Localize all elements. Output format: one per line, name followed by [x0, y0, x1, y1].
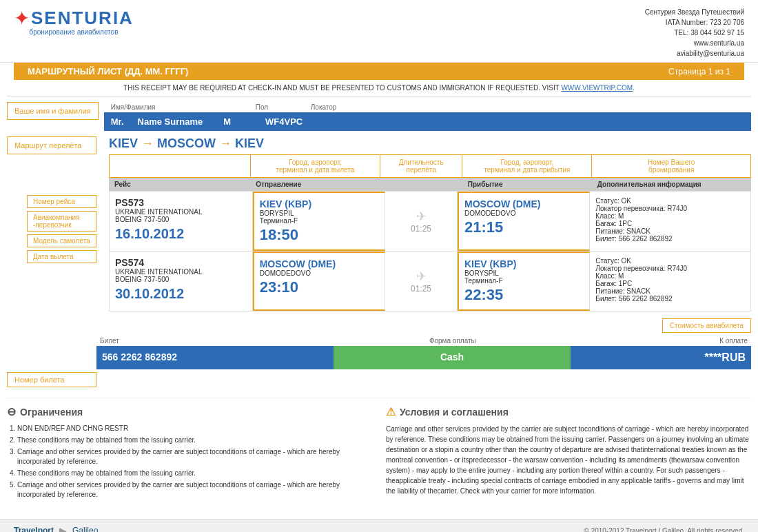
restriction-2: These conditions may be obtained from th… [17, 436, 372, 445]
aircraft-1: BOEING 737-500 [115, 216, 247, 223]
col-hdr-arrival: Город, аэропорт,терминал и дата прибытия [462, 155, 592, 177]
ticket-num-1: Билет: 566 2262 862892 [595, 235, 745, 243]
route-label: Маршрут перелёта [7, 136, 96, 154]
arr-terminal-2: Терминал-F [464, 277, 584, 285]
food-2: Питание: SNACK [595, 287, 745, 295]
conditions-icon: ⚠ [386, 405, 396, 418]
dep-cell-1: KIEV (KBP) BORYSPIL Терминал-F 18:50 [253, 192, 385, 251]
ticket-hdr-pay: Форма оплаты [334, 336, 572, 346]
flight-cell-2: PS574 UKRAINE INTERNATIONAL BOEING 737-5… [110, 252, 253, 311]
th-info: Дополнительная информация [592, 178, 751, 191]
bottom-sections: ⊖ Ограничения NON END/REF AND CHNG RESTR… [7, 398, 751, 509]
route-title: KIEV → MOSCOW → KIEV [102, 136, 751, 151]
cost-label-row: Стоимость авиабилета [96, 318, 751, 333]
aircraft-annotation: Модель самолёта [27, 234, 96, 247]
date-annotation: Дата вылета [27, 250, 96, 263]
title-bar-page: Страница 1 из 1 [668, 67, 730, 76]
restrictions-title: ⊖ Ограничения [7, 405, 372, 418]
class-1: Класс: M [595, 212, 745, 220]
restrictions-icon: ⊖ [7, 405, 16, 418]
conditions-title-text: Условия и соглашения [400, 407, 509, 418]
galileo-label: Galileo [72, 526, 98, 532]
flight-num-annotation: Номер рейса [27, 195, 96, 208]
baggage-2: Багаж: 1PC [595, 280, 745, 287]
footer-logo: Travelport ▶ Galileo [14, 525, 98, 532]
plane-icon-1: ✈ [416, 209, 427, 224]
footer-copyright: © 2010-2012 Travelport / Galileo. All ri… [584, 527, 745, 533]
passenger-values: Mr. Name Surname M WF4VPC [104, 112, 751, 131]
restriction-4: These conditions may be obtained from th… [17, 469, 372, 478]
ticket-hdr-amount: К оплате [571, 336, 751, 346]
arr-airport-2: KIEV (KBP) [464, 258, 584, 269]
ticket-section: Стоимость авиабилета Билет Форма оплаты … [7, 318, 751, 387]
main-content: МАРШРУТНЫЙ ЛИСТ (ДД. ММ. ГГГГ) Страница … [0, 63, 758, 509]
notice-link[interactable]: WWW.VIEWTRIP.COM [561, 84, 633, 92]
locator-1: Локатор перевозчика: R74J0 [595, 205, 745, 212]
arr-cell-1: MOSCOW (DME) DOMODEDOVO 21:15 [458, 192, 590, 251]
notice-bar: THIS RECEIPT MAY BE REQUIRED AT CHECK-IN… [7, 80, 751, 96]
info-line3: TEL: 38 044 502 97 15 [645, 28, 744, 38]
flights-table: Номер рейса Авиакомпания-перевозчик Моде… [109, 191, 751, 311]
field-locator-label: Локатор [311, 103, 337, 111]
ticket-num-2: Билет: 566 2262 862892 [595, 295, 745, 303]
duration-1: 01:25 [411, 224, 431, 234]
ticket-values-row: 566 2262 862892 Cash ****RUB [96, 346, 751, 369]
duration-2: 01:25 [411, 284, 431, 294]
dep-time-1: 18:50 [260, 226, 379, 244]
th-arrival: Прибытие [462, 178, 592, 191]
airline-annotation: Авиакомпания-перевозчик [27, 211, 96, 232]
flight-cell-1: Номер рейса Авиакомпания-перевозчик Моде… [110, 192, 253, 251]
col-hdr-info: Номер Вашегобронирования [592, 155, 750, 177]
arr-cell-2: KIEV (KBP) BORYSPIL Терминал-F 22:35 [458, 252, 590, 311]
arr-time-1: 21:15 [464, 218, 584, 236]
conditions-title: ⚠ Условия и соглашения [386, 405, 751, 418]
arr-city-2: BORYSPIL [464, 269, 584, 277]
locator-2: Локатор перевозчика: R74J0 [595, 265, 745, 272]
dep-time-2: 23:10 [260, 278, 379, 296]
flight-row-1: Номер рейса Авиакомпания-перевозчик Моде… [110, 192, 750, 252]
passenger-title: Mr. [111, 116, 124, 127]
info-line1: Сентурия Звезда Путешествий [645, 7, 744, 17]
th-flight: Рейс [109, 178, 250, 191]
annotations-col1: Номер рейса Авиакомпания-перевозчик Моде… [27, 195, 96, 263]
ticket-num-label: Номер билета [7, 372, 96, 387]
conditions-text: Carriage and other services provided by … [386, 424, 751, 496]
passenger-label: Ваше имя и фамилия [7, 102, 99, 120]
restriction-5: Carriage and other services provided by … [17, 480, 372, 500]
page-header: ✦ SENTURIA бронирование авиабилетов Сент… [0, 0, 758, 63]
cost-label: Стоимость авиабилета [662, 318, 751, 333]
dur-cell-2: ✈ 01:25 [385, 252, 458, 311]
date-2: 30.10.2012 [115, 286, 247, 302]
passenger-name: Name Surname [138, 116, 203, 127]
flight-num-2: PS574 [115, 257, 247, 268]
dep-city-1: BORYSPIL [260, 209, 379, 217]
title-bar: МАРШРУТНЫЙ ЛИСТ (ДД. ММ. ГГГГ) Страница … [14, 63, 744, 80]
ticket-val-amount: ****RUB [571, 346, 751, 369]
ticket-val-pay: Cash [334, 346, 571, 369]
class-2: Класс: M [595, 272, 745, 280]
company-info: Сентурия Звезда Путешествий IATA Number:… [645, 7, 744, 59]
info-line4: www.senturia.ua [645, 38, 744, 48]
field-pol-label: Пол [256, 103, 290, 111]
food-1: Питание: SNACK [595, 227, 745, 235]
flight-num-1: PS573 [115, 197, 247, 208]
passenger-locator: WF4VPC [265, 116, 303, 127]
company-name: SENTURIA [31, 8, 134, 29]
ticket-top-row: Стоимость авиабилета Билет Форма оплаты … [7, 318, 751, 369]
col-hdr-duration: Длительность перелёта [380, 155, 463, 177]
dep-airport-2: MOSCOW (DME) [260, 258, 379, 269]
ticket-hdr-num: Билет [96, 336, 334, 346]
conditions-section: ⚠ Условия и соглашения Carriage and othe… [386, 405, 751, 502]
passenger-fields-container: Имя/Фамилия Пол Локатор Mr. Name Surname… [104, 102, 751, 131]
info-line5: aviability@senturia.ua [645, 48, 744, 59]
restrictions-list: NON END/REF AND CHNG RESTR These conditi… [7, 424, 372, 500]
status-1: Статус: OK [595, 197, 745, 205]
aircraft-2: BOEING 737-500 [115, 276, 247, 283]
dur-cell-1: ✈ 01:25 [385, 192, 458, 251]
logo: ✦ SENTURIA [14, 7, 134, 30]
passenger-headers: Имя/Фамилия Пол Локатор [104, 102, 751, 112]
passenger-pol: M [223, 116, 231, 127]
restrictions-section: ⊖ Ограничения NON END/REF AND CHNG RESTR… [7, 405, 372, 502]
date-1: 16.10.2012 [115, 226, 247, 242]
logo-area: ✦ SENTURIA бронирование авиабилетов [14, 7, 134, 36]
